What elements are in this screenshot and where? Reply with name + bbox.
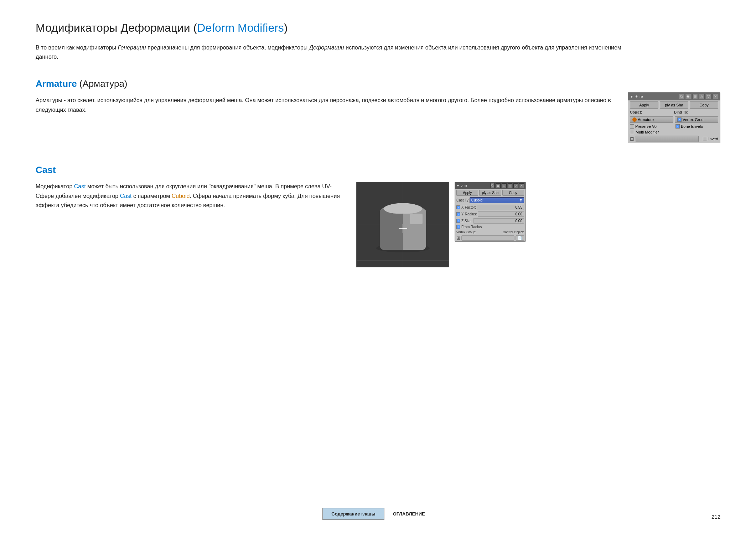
cast-ply-sha-btn[interactable]: ply as Sha: [479, 190, 501, 196]
header-up-icon[interactable]: △: [699, 94, 705, 99]
cast-body: Модификатор Cast может быть использован …: [36, 182, 342, 210]
svg-rect-6: [410, 214, 423, 224]
apply-button[interactable]: Apply: [630, 101, 658, 109]
ply-as-sha-button[interactable]: ply as Sha: [660, 101, 688, 109]
panel-header: ▼ ✦ re ⧉ ◉ ⊞ △ ▽ ✕: [628, 93, 720, 100]
header-render-icon[interactable]: ⊞: [692, 94, 698, 99]
vertex-check[interactable]: ✓: [677, 117, 682, 122]
cast-section: Cast Модификатор Cast может быть использ…: [36, 164, 720, 267]
title-text-ru: Модификаторы Деформации (: [36, 21, 197, 34]
armature-panel-container: ▼ ✦ re ⧉ ◉ ⊞ △ ▽ ✕ A: [628, 92, 720, 143]
armature-text: Арматуры - это скелет, использующийся дл…: [36, 96, 613, 143]
cast-apply-row: Apply ply as Sha Copy: [455, 189, 525, 197]
header-buttons: ⧉ ◉ ⊞ △ ▽ ✕: [679, 94, 718, 99]
cast-radius-value[interactable]: 0.00: [478, 211, 524, 217]
cast-apply-btn[interactable]: Apply: [456, 190, 478, 196]
icon-invert-row: ⊞ Invert: [628, 135, 720, 143]
invert-check[interactable]: [703, 137, 707, 141]
bind-to-col: Bind To:: [674, 110, 718, 115]
cast-x-check[interactable]: ✓: [456, 205, 460, 209]
cast-header-triangle: ▼: [456, 184, 460, 188]
vertex-group-label: Vertex Grou: [683, 117, 704, 122]
cast-x-label: X: [461, 205, 464, 209]
cast-x-row: ✓ X Factor: 0.55: [455, 204, 525, 211]
invert-col: Invert: [703, 137, 718, 141]
chapter-toc-button[interactable]: Содержание главы: [322, 508, 384, 520]
cast-header-eye-icon[interactable]: ◉: [496, 183, 501, 188]
cast-co-icon: 📄: [518, 236, 522, 240]
empty-btn[interactable]: [636, 136, 699, 142]
cast-header-up-icon[interactable]: △: [508, 183, 512, 188]
bone-envelope-label: Bone Envelo: [681, 124, 703, 129]
cast-z-check[interactable]: ✓: [456, 219, 460, 223]
cast-z-row: ✓ Z Size: 0.00: [455, 218, 525, 224]
invert-label: Invert: [708, 137, 718, 141]
vertex-group-col: ✓ Vertex Grou: [675, 116, 718, 123]
cast-header-at-icon: st: [465, 184, 489, 188]
cast-header-check-icon: ✓: [461, 184, 464, 188]
cast-from-radius-row: ✓ From Radius: [455, 224, 525, 230]
cast-link-2[interactable]: Cast: [120, 193, 132, 199]
cast-blender-panel: ▼ ✓ st ⧉ ◉ ⊞ △ ▽ ✕ Apply ply as Sha: [455, 182, 526, 242]
page-title: Модификаторы Деформации (Deform Modifier…: [36, 21, 720, 35]
toc-button[interactable]: ОГЛАВЛЕНИЕ: [384, 508, 434, 519]
armature-content: Арматуры - это скелет, использующийся дл…: [36, 96, 720, 143]
grid-icon: ⊞: [630, 136, 634, 142]
page-number: 212: [711, 514, 720, 520]
header-eye-icon[interactable]: ◉: [685, 94, 691, 99]
armature-field-btn[interactable]: Armature: [630, 116, 673, 123]
armature-blender-panel: ▼ ✦ re ⧉ ◉ ⊞ △ ▽ ✕ A: [628, 92, 720, 143]
preserve-vol-label: Preserve Vol: [635, 124, 657, 129]
cast-ty-field[interactable]: Cuboid ⬆: [470, 197, 524, 203]
cast-header-camera-icon[interactable]: ⧉: [490, 183, 494, 188]
cast-vg-label: Vertex Group:: [456, 230, 476, 234]
armature-body: Арматуры - это скелет, использующийся дл…: [36, 96, 613, 115]
cast-header-close-icon[interactable]: ✕: [519, 183, 524, 188]
title-close: ): [284, 21, 288, 34]
header-camera-icon[interactable]: ⧉: [679, 94, 684, 99]
cast-co-label: Control Object:: [503, 230, 524, 234]
cast-text: Модификатор Cast может быть использован …: [36, 182, 342, 267]
bind-to-label: Bind To:: [674, 110, 718, 114]
header-down-icon[interactable]: ▽: [706, 94, 711, 99]
cuboid-link[interactable]: Cuboid: [172, 193, 190, 199]
cast-z-label: Z: [461, 219, 464, 223]
cast-factor-label: Factor:: [465, 205, 476, 209]
cast-y-radius: Radius: 0.00: [465, 211, 524, 217]
cast-y-label: Y: [461, 212, 464, 216]
header-name: re: [640, 94, 677, 99]
object-label: Object:: [630, 110, 674, 114]
cast-ty-label: Cast Ty: [456, 198, 468, 202]
copy-button[interactable]: Copy: [690, 101, 718, 109]
cast-visuals: ▼ ✓ st ⧉ ◉ ⊞ △ ▽ ✕ Apply ply as Sha: [356, 182, 526, 267]
cast-header-render-icon[interactable]: ⊞: [502, 183, 507, 188]
cast-co-icon-btn[interactable]: 📄: [516, 235, 524, 241]
cast-panel-header: ▼ ✓ st ⧉ ◉ ⊞ △ ▽ ✕: [455, 182, 525, 189]
cast-size-value[interactable]: 0.00: [473, 218, 524, 224]
cast-factor-value[interactable]: 0.55: [477, 205, 524, 210]
multi-modifier-check[interactable]: [630, 130, 634, 134]
apply-row: Apply ply as Sha Copy: [628, 100, 720, 110]
cast-copy-btn[interactable]: Copy: [502, 190, 524, 196]
cast-icon-row: ⊞ 📄: [455, 235, 525, 241]
cast-content: Модификатор Cast может быть использован …: [36, 182, 720, 267]
cast-y-check[interactable]: ✓: [456, 212, 460, 216]
vertex-group-btn[interactable]: ✓ Vertex Grou: [675, 116, 718, 123]
footer: Содержание главы ОГЛАВЛЕНИЕ: [0, 508, 756, 520]
cast-x-factor: Factor: 0.55: [465, 205, 524, 210]
cast-size-label: Size:: [465, 219, 472, 223]
cast-header-down-icon[interactable]: ▽: [513, 183, 518, 188]
cast-y-row: ✓ Y Radius: 0.00: [455, 211, 525, 218]
cast-ty-row: Cast Ty Cuboid ⬆: [455, 197, 525, 204]
cast-from-radius-check[interactable]: ✓: [456, 225, 460, 229]
header-close-icon[interactable]: ✕: [713, 94, 718, 99]
object-col: Object:: [630, 110, 674, 115]
multi-modifier-row: Multi Modifier: [628, 129, 720, 135]
preserve-vol-check[interactable]: [630, 124, 634, 129]
header-star-icon: ✦: [635, 94, 638, 99]
cast-vg-field[interactable]: [461, 235, 514, 241]
bone-envelope-check[interactable]: ✓: [675, 124, 680, 129]
cast-link[interactable]: Cast: [74, 183, 86, 189]
cast-z-size: Size: 0.00: [465, 218, 524, 224]
armature-title: Armature (Арматура): [36, 78, 720, 89]
